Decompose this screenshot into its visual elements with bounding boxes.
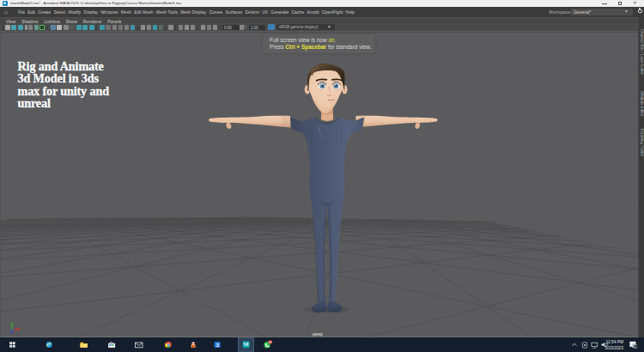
svg-text:12:54 PM: 12:54 PM [605, 340, 623, 344]
svg-text:M: M [244, 341, 249, 347]
svg-text:19: 19 [269, 341, 272, 344]
svg-text:12: 12 [634, 345, 637, 349]
svg-text:5/15/2023: 5/15/2023 [605, 345, 624, 349]
